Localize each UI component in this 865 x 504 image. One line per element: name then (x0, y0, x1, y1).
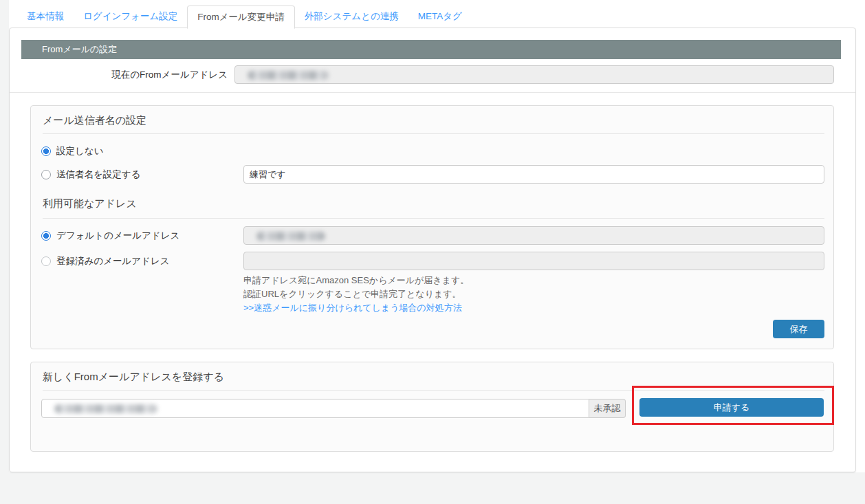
settings-card: Fromメールの設定 現在のFromメールアドレス メール送信者名の設定 設定し… (9, 28, 856, 472)
radio-set-sender-name-label[interactable]: 送信者名を設定する (56, 168, 140, 181)
radio-row-set-sender-name: 送信者名を設定する (41, 165, 140, 184)
page: 基本情報 ログインフォーム設定 Fromメール変更申請 外部システムとの連携 M… (0, 0, 865, 504)
panel-heading: Fromメールの設定 (21, 40, 841, 59)
mail-settings-box: メール送信者名の設定 設定しない 送信者名を設定する 利用可能なアドレス デフォ… (30, 105, 834, 349)
current-from-label: 現在のFromメールアドレス (21, 69, 228, 81)
redacted-value (248, 71, 329, 80)
new-address-section-title: 新しくFromメールアドレスを登録する (43, 371, 224, 384)
tab-basic-info[interactable]: 基本情報 (17, 6, 74, 28)
tab-external-system-integration[interactable]: 外部システムとの連携 (295, 6, 408, 28)
current-from-input (234, 65, 834, 84)
main-panel: 基本情報 ログインフォーム設定 Fromメール変更申請 外部システムとの連携 M… (9, 0, 865, 472)
redacted-value (54, 404, 157, 413)
radio-row-no-sender-name: 設定しない (41, 145, 103, 157)
default-address-input (243, 226, 824, 245)
current-from-row: 現在のFromメールアドレス (21, 65, 834, 84)
radio-row-default-address: デフォルトのメールアドレス (41, 226, 179, 245)
redacted-value (256, 232, 325, 241)
new-address-input-group: 未承認 (41, 399, 626, 418)
radio-registered-address-label[interactable]: 登録済みのメールアドレス (56, 255, 170, 267)
tab-from-mail-change-request[interactable]: Fromメール変更申請 (187, 6, 295, 29)
tab-meta-tag[interactable]: METAタグ (408, 6, 472, 28)
hr (43, 218, 824, 219)
ses-note-line2: 認証URLをクリックすることで申請完了となります。 (243, 287, 469, 301)
new-address-input[interactable] (41, 399, 589, 418)
ses-note-line1: 申請アドレス宛にAmazon SESからメールが届きます。 (243, 274, 469, 287)
save-button[interactable]: 保存 (773, 320, 824, 338)
sender-name-section-title: メール送信者名の設定 (43, 114, 146, 127)
radio-row-registered-address: 登録済みのメールアドレス (41, 252, 170, 270)
radio-no-sender-name-label[interactable]: 設定しない (56, 145, 103, 157)
tab-bar: 基本情報 ログインフォーム設定 Fromメール変更申請 外部システムとの連携 M… (17, 6, 472, 28)
radio-default-address[interactable] (41, 231, 51, 241)
available-address-section-title: 利用可能なアドレス (43, 197, 137, 210)
ses-notes: 申請アドレス宛にAmazon SESからメールが届きます。 認証URLをクリック… (243, 274, 469, 315)
radio-no-sender-name[interactable] (41, 146, 51, 156)
tab-login-form-settings[interactable]: ログインフォーム設定 (74, 6, 187, 28)
status-badge: 未承認 (589, 399, 626, 418)
hr (43, 133, 824, 134)
sender-name-input[interactable] (243, 165, 824, 184)
registered-address-input (243, 252, 824, 270)
radio-set-sender-name[interactable] (41, 170, 51, 179)
section-divider (10, 92, 855, 93)
radio-default-address-label[interactable]: デフォルトのメールアドレス (56, 230, 179, 242)
hr (43, 390, 824, 391)
spam-help-link[interactable]: >>迷惑メールに振り分けられてしまう場合の対処方法 (243, 303, 462, 313)
apply-button[interactable]: 申請する (639, 398, 824, 417)
radio-registered-address[interactable] (41, 256, 51, 266)
